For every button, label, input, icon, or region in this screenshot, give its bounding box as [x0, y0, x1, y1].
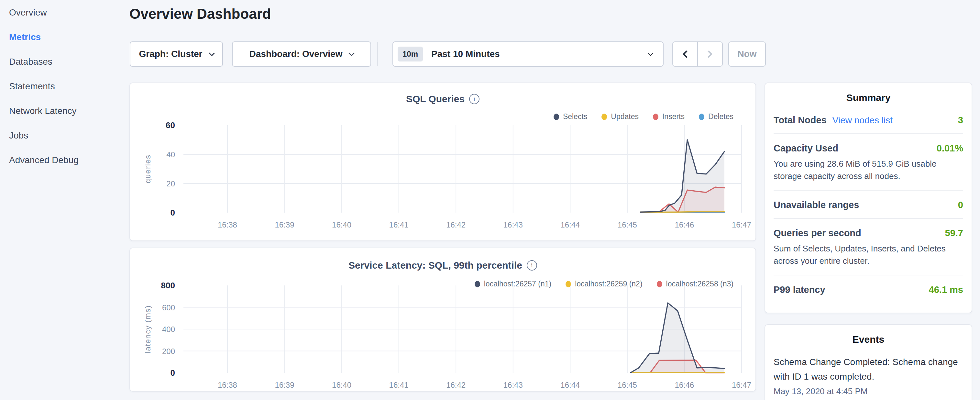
summary-panel: Summary Total NodesView nodes list3Capac…: [765, 83, 972, 313]
svg-text:800: 800: [161, 280, 175, 290]
sql-queries-card: SQL Queries i SelectsUpdatesInsertsDelet…: [129, 83, 756, 241]
summary-row-label: Unavailable ranges: [773, 200, 859, 210]
svg-text:60: 60: [165, 120, 175, 130]
graph-dropdown-label: Graph: Cluster: [139, 49, 202, 59]
summary-rows: Total NodesView nodes list3Capacity Used…: [765, 103, 972, 303]
service-latency-chart[interactable]: 020040060080016:3816:3916:4016:4116:4216…: [130, 248, 757, 392]
summary-row-p99-latency: P99 latency46.1 ms: [773, 276, 963, 303]
sidebar-item-jobs[interactable]: Jobs: [9, 131, 129, 140]
summary-row-subtext: Sum of Selects, Updates, Inserts, and De…: [773, 242, 963, 267]
svg-text:16:46: 16:46: [675, 381, 694, 389]
time-step-buttons: [672, 41, 723, 67]
events-list: Schema Change Completed: Schema change w…: [765, 355, 972, 397]
events-title: Events: [765, 325, 972, 345]
sidebar-item-databases[interactable]: Databases: [9, 57, 129, 67]
svg-text:16:43: 16:43: [503, 381, 523, 389]
graph-dropdown[interactable]: Graph: Cluster: [130, 41, 223, 67]
controls-divider: [377, 42, 377, 66]
svg-text:16:38: 16:38: [218, 220, 237, 229]
svg-text:400: 400: [162, 325, 175, 334]
summary-row-head: P99 latency46.1 ms: [773, 284, 963, 295]
view-nodes-list-link[interactable]: View nodes list: [832, 115, 892, 126]
prev-time-button[interactable]: [673, 42, 697, 66]
page-title: Overview Dashboard: [129, 6, 271, 22]
summary-row-subtext: You are using 28.6 MiB of 515.9 GiB usab…: [773, 158, 963, 182]
summary-row-value: 0: [958, 200, 963, 210]
svg-text:20: 20: [166, 179, 175, 188]
summary-row-label: P99 latency: [773, 284, 825, 295]
event-timestamp: May 13, 2020 at 4:45 PM: [773, 386, 963, 397]
dashboard-dropdown[interactable]: Dashboard: Overview: [232, 41, 371, 67]
event-text: Schema Change Completed: Schema change w…: [773, 355, 963, 384]
sql-queries-chart[interactable]: 020406016:3816:3916:4016:4116:4216:4316:…: [130, 83, 757, 242]
svg-text:16:47: 16:47: [732, 381, 751, 389]
summary-title: Summary: [765, 83, 972, 103]
chevron-left-icon: [682, 50, 690, 58]
chevron-down-icon: [349, 50, 355, 56]
svg-text:16:45: 16:45: [618, 381, 637, 389]
time-range-label: Past 10 Minutes: [431, 49, 500, 59]
summary-row-queries-per-second: Queries per second59.7Sum of Selects, Up…: [773, 219, 963, 276]
service-latency-card: Service Latency: SQL, 99th percentile i …: [129, 247, 756, 392]
sidebar-item-advanced-debug[interactable]: Advanced Debug: [9, 155, 129, 165]
svg-text:16:45: 16:45: [618, 220, 637, 229]
summary-row-total-nodes: Total NodesView nodes list3: [773, 106, 963, 134]
sidebar-item-network-latency[interactable]: Network Latency: [9, 106, 129, 116]
summary-row-value: 59.7: [945, 228, 963, 239]
next-time-button[interactable]: [697, 42, 722, 66]
svg-text:latency (ms): latency (ms): [143, 305, 152, 354]
summary-row-label: Capacity Used: [773, 143, 838, 154]
svg-text:16:42: 16:42: [446, 381, 466, 389]
svg-text:16:40: 16:40: [332, 220, 352, 229]
svg-text:16:47: 16:47: [732, 220, 751, 229]
summary-row-label: Total Nodes: [773, 115, 827, 126]
svg-text:0: 0: [170, 208, 175, 217]
sidebar-item-overview[interactable]: Overview: [9, 8, 129, 18]
svg-text:queries: queries: [143, 155, 152, 183]
dashboard-dropdown-label: Dashboard: Overview: [250, 49, 343, 59]
sidebar-item-statements[interactable]: Statements: [9, 81, 129, 91]
now-button[interactable]: Now: [728, 41, 766, 67]
svg-text:16:40: 16:40: [332, 381, 352, 389]
summary-row-unavailable-ranges: Unavailable ranges0: [773, 191, 963, 219]
svg-text:16:44: 16:44: [560, 220, 580, 229]
svg-text:16:41: 16:41: [389, 220, 409, 229]
svg-text:16:41: 16:41: [389, 381, 409, 389]
sidebar: OverviewMetricsDatabasesStatementsNetwor…: [0, 0, 129, 400]
events-panel: Events Schema Change Completed: Schema c…: [765, 324, 972, 400]
summary-row-value: 0.01%: [937, 143, 963, 154]
summary-row-value: 3: [958, 115, 963, 126]
summary-row-head: Queries per second59.7: [773, 228, 963, 239]
svg-text:16:44: 16:44: [560, 381, 580, 389]
svg-text:16:46: 16:46: [675, 220, 694, 229]
summary-row-label: Queries per second: [773, 228, 861, 239]
svg-text:200: 200: [162, 347, 175, 356]
time-range-badge: 10m: [398, 46, 423, 62]
chevron-right-icon: [705, 50, 713, 58]
svg-text:16:39: 16:39: [275, 220, 294, 229]
chevron-down-icon: [209, 50, 215, 56]
svg-text:40: 40: [166, 150, 175, 159]
chevron-down-icon: [648, 51, 654, 56]
summary-row-head: Capacity Used0.01%: [773, 143, 963, 154]
summary-row-capacity-used: Capacity Used0.01%You are using 28.6 MiB…: [773, 134, 963, 191]
svg-text:0: 0: [170, 368, 175, 378]
sidebar-item-metrics[interactable]: Metrics: [9, 32, 129, 42]
svg-text:16:42: 16:42: [446, 220, 466, 229]
summary-row-head: Unavailable ranges0: [773, 200, 963, 210]
svg-text:16:43: 16:43: [503, 220, 523, 229]
svg-text:600: 600: [162, 303, 175, 312]
sidebar-nav: OverviewMetricsDatabasesStatementsNetwor…: [9, 8, 129, 165]
svg-text:16:38: 16:38: [218, 381, 237, 389]
svg-text:16:39: 16:39: [275, 381, 294, 389]
summary-row-head: Total NodesView nodes list3: [773, 115, 963, 126]
time-range-selector[interactable]: 10m Past 10 Minutes: [393, 41, 663, 67]
summary-row-value: 46.1 ms: [929, 284, 963, 295]
